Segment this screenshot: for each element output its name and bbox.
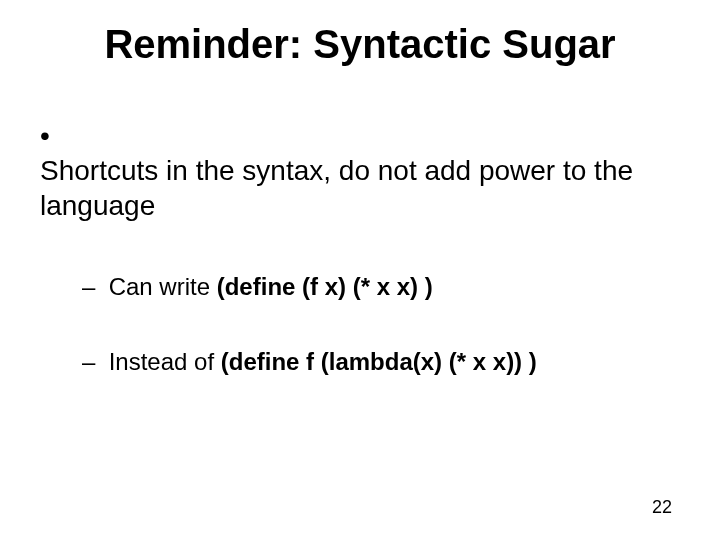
text-prefix: Instead of (109, 348, 221, 375)
slide-body: • Shortcuts in the syntax, do not add po… (40, 118, 680, 421)
bullet-text: Can write (define (f x) (* x x) ) (109, 271, 433, 302)
bullet-dash-icon: – (82, 346, 102, 377)
bullet-level1: • Shortcuts in the syntax, do not add po… (40, 118, 680, 223)
bullet-level2: – Can write (define (f x) (* x x) ) (82, 271, 680, 302)
bullet-dash-icon: – (82, 271, 102, 302)
slide-title: Reminder: Syntactic Sugar (0, 22, 720, 67)
code-expression: (define f (lambda(x) (* x x)) ) (221, 348, 537, 375)
bullet-text: Shortcuts in the syntax, do not add powe… (40, 153, 650, 223)
slide: Reminder: Syntactic Sugar • Shortcuts in… (0, 0, 720, 540)
bullet-dot-icon: • (40, 118, 64, 153)
text-prefix: Can write (109, 273, 217, 300)
bullet-level2: – Instead of (define f (lambda(x) (* x x… (82, 346, 680, 377)
page-number: 22 (652, 497, 672, 518)
bullet-text: Instead of (define f (lambda(x) (* x x))… (109, 346, 537, 377)
code-expression: (define (f x) (* x x) ) (217, 273, 433, 300)
